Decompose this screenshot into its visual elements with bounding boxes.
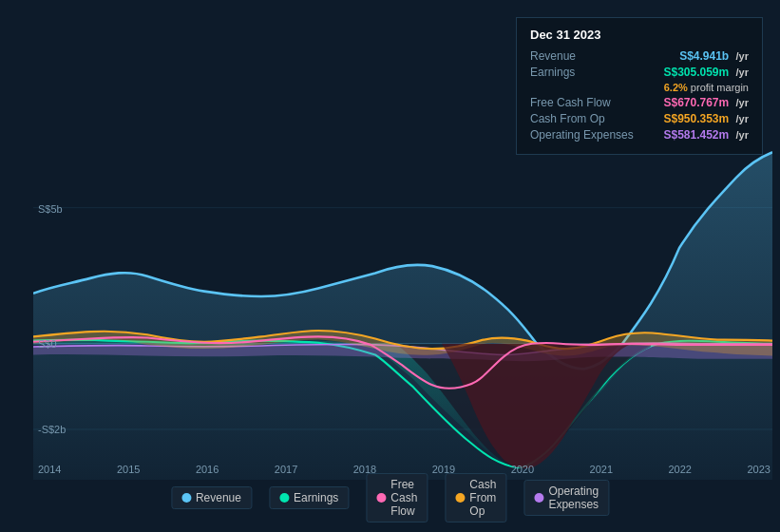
y-label-top: S$5b (38, 203, 63, 215)
earnings-dot (279, 493, 289, 503)
earnings-value: S$305.059m /yr (663, 66, 749, 79)
earnings-label: Earnings (530, 66, 635, 79)
x-label-2023: 2023 (747, 464, 770, 475)
x-label-2015: 2015 (117, 464, 140, 475)
profit-margin-text: 6.2% profit margin (664, 82, 749, 93)
tooltip-date: Dec 31 2023 (530, 28, 749, 42)
fcf-value: S$670.767m /yr (663, 96, 749, 109)
revenue-value: S$4.941b /yr (679, 49, 749, 63)
earnings-legend-label: Earnings (294, 491, 338, 504)
x-label-2022: 2022 (669, 464, 692, 475)
y-label-bottom: -S$2b (38, 424, 66, 435)
fcf-label: Free Cash Flow (530, 96, 635, 109)
revenue-dot (181, 493, 191, 503)
fcf-row: Free Cash Flow S$670.767m /yr (530, 96, 749, 109)
tooltip-card: Dec 31 2023 Revenue S$4.941b /yr Earning… (516, 17, 763, 155)
fcf-dot (376, 493, 386, 503)
legend-fcf[interactable]: Free Cash Flow (366, 473, 428, 522)
x-label-2014: 2014 (38, 464, 61, 475)
legend-revenue[interactable]: Revenue (171, 486, 252, 509)
cashop-row: Cash From Op S$950.353m /yr (530, 112, 749, 125)
opex-dot (534, 493, 543, 503)
cashop-dot (455, 493, 465, 503)
revenue-label: Revenue (530, 49, 635, 63)
revenue-row: Revenue S$4.941b /yr (530, 49, 749, 63)
revenue-legend-label: Revenue (196, 491, 241, 504)
opex-row: Operating Expenses S$581.452m /yr (530, 128, 749, 142)
legend-cashop[interactable]: Cash From Op (445, 473, 506, 522)
legend-opex[interactable]: Operating Expenses (523, 480, 609, 516)
cashop-label: Cash From Op (530, 112, 635, 125)
cashop-legend-label: Cash From Op (469, 478, 496, 518)
earnings-row: Earnings S$305.059m /yr (530, 66, 749, 79)
opex-legend-label: Operating Expenses (548, 484, 599, 511)
cashop-value: S$950.353m /yr (663, 112, 749, 125)
y-label-zero: S$0 (38, 338, 57, 350)
chart-container: S$5b S$0 -S$2b (33, 147, 772, 480)
legend-earnings[interactable]: Earnings (269, 486, 349, 509)
profit-margin-row: 6.2% profit margin (530, 82, 749, 93)
opex-value: S$581.452m /yr (663, 128, 749, 142)
opex-label: Operating Expenses (530, 128, 635, 142)
fcf-legend-label: Free Cash Flow (390, 478, 417, 518)
legend: Revenue Earnings Free Cash Flow Cash Fro… (171, 473, 609, 522)
chart-svg: S$5b S$0 -S$2b (33, 147, 772, 480)
